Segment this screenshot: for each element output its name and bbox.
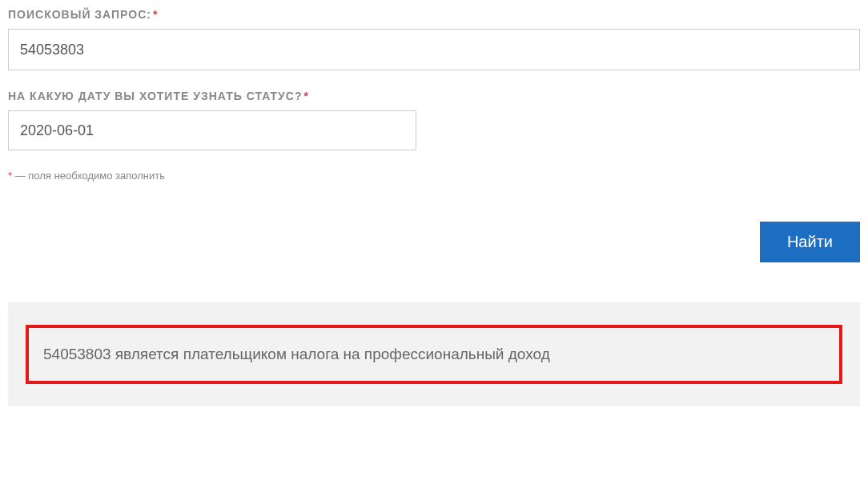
required-note: * — поля необходимо заполнить	[8, 170, 860, 182]
search-query-label-text: ПОИСКОВЫЙ ЗАПРОС:	[8, 8, 151, 21]
result-container: 54053803 является плательщиком налога на…	[8, 302, 860, 406]
required-asterisk: *	[153, 8, 158, 21]
button-row: Найти	[8, 222, 860, 262]
result-text: 54053803 является плательщиком налога на…	[43, 346, 825, 363]
search-query-input[interactable]	[8, 29, 860, 70]
date-label-text: НА КАКУЮ ДАТУ ВЫ ХОТИТЕ УЗНАТЬ СТАТУС?	[8, 90, 302, 102]
submit-button[interactable]: Найти	[760, 222, 860, 262]
search-query-group: ПОИСКОВЫЙ ЗАПРОС:*	[8, 8, 860, 70]
date-label: НА КАКУЮ ДАТУ ВЫ ХОТИТЕ УЗНАТЬ СТАТУС?*	[8, 90, 860, 102]
result-highlight-box: 54053803 является плательщиком налога на…	[26, 325, 842, 384]
search-query-label: ПОИСКОВЫЙ ЗАПРОС:*	[8, 8, 860, 21]
required-asterisk: *	[303, 90, 308, 102]
date-input[interactable]	[8, 110, 416, 150]
date-group: НА КАКУЮ ДАТУ ВЫ ХОТИТЕ УЗНАТЬ СТАТУС?*	[8, 90, 860, 150]
note-text: — поля необходимо заполнить	[12, 170, 165, 182]
